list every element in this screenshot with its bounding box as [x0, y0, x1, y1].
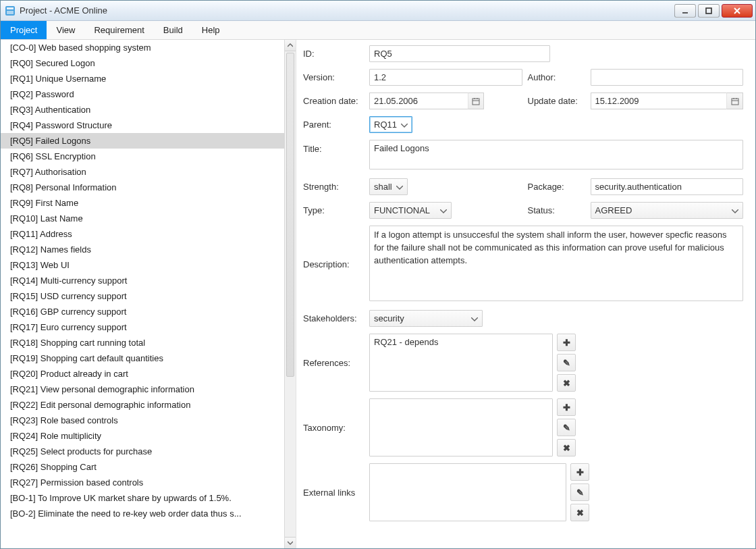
- list-item[interactable]: [RQ14] Multi-currency support: [1, 273, 284, 288]
- author-field[interactable]: [591, 69, 744, 86]
- list-item[interactable]: [RQ3] Authentication: [1, 102, 284, 117]
- list-item[interactable]: [RQ1] Unique Username: [1, 71, 284, 86]
- plus-icon: ✚: [563, 402, 570, 413]
- references-remove-button[interactable]: ✖: [557, 374, 576, 392]
- x-icon: ✖: [563, 378, 570, 388]
- list-item[interactable]: [RQ11] Address: [1, 226, 284, 242]
- description-field[interactable]: [369, 226, 743, 301]
- taxonomy-label: Taxonomy:: [303, 423, 364, 433]
- list-item[interactable]: [RQ17] Euro currency support: [1, 319, 284, 335]
- list-item[interactable]: [RQ9] First Name: [1, 195, 284, 211]
- strength-value: shall: [374, 182, 392, 192]
- external-links-edit-button[interactable]: ✎: [570, 483, 589, 501]
- taxonomy-add-button[interactable]: ✚: [557, 398, 576, 416]
- list-item[interactable]: [RQ25] Select products for purchase: [1, 444, 284, 459]
- taxonomy-edit-button[interactable]: ✎: [557, 419, 576, 436]
- external-links-add-button[interactable]: ✚: [570, 463, 589, 481]
- list-item[interactable]: [BO-2] Eliminate the need to re-key web …: [1, 506, 284, 521]
- list-item[interactable]: [RQ0] Secured Logon: [1, 55, 284, 71]
- list-item[interactable]: [RQ8] Personal Information: [1, 180, 284, 195]
- menu-requirement[interactable]: Requirement: [84, 21, 153, 39]
- list-item[interactable]: [RQ27] Permission based controls: [1, 475, 284, 490]
- references-edit-button[interactable]: ✎: [557, 354, 576, 371]
- list-item[interactable]: [RQ20] Product already in cart: [1, 366, 284, 382]
- external-links-remove-button[interactable]: ✖: [570, 504, 589, 521]
- minimize-button[interactable]: [674, 4, 696, 18]
- requirements-list-pane: [CO-0] Web based shopping system[RQ0] Se…: [1, 40, 296, 548]
- type-select[interactable]: FUNCTIONAL: [369, 202, 452, 219]
- x-icon: ✖: [576, 508, 584, 518]
- list-item[interactable]: [BO-1] To Improve UK market share by upw…: [1, 490, 284, 506]
- list-item[interactable]: [RQ5] Failed Logons: [1, 133, 284, 149]
- parent-select[interactable]: RQ11: [369, 116, 412, 133]
- references-item[interactable]: RQ21 - depends: [374, 337, 548, 347]
- requirements-list[interactable]: [CO-0] Web based shopping system[RQ0] Se…: [1, 40, 284, 548]
- list-scrollbar[interactable]: [284, 40, 296, 548]
- list-item[interactable]: [CO-0] Web based shopping system: [1, 40, 284, 55]
- list-item[interactable]: [RQ18] Shopping cart running total: [1, 335, 284, 350]
- menu-view[interactable]: View: [47, 21, 84, 39]
- menubar: ProjectViewRequirementBuildHelp: [1, 21, 755, 40]
- window-buttons: [674, 4, 753, 18]
- id-field[interactable]: [369, 45, 550, 62]
- parent-value: RQ11: [374, 120, 397, 130]
- chevron-down-icon: [401, 120, 408, 130]
- svg-rect-11: [732, 99, 738, 105]
- parent-label: Parent:: [303, 120, 364, 130]
- update-date-field[interactable]: [591, 93, 727, 109]
- list-item[interactable]: [RQ10] Last Name: [1, 211, 284, 226]
- pencil-icon: ✎: [576, 488, 584, 498]
- list-item[interactable]: [RQ22] Edit personal demographic informa…: [1, 397, 284, 413]
- chevron-down-icon: [396, 182, 403, 192]
- title-field[interactable]: [369, 140, 743, 169]
- package-field[interactable]: [591, 178, 744, 195]
- scroll-track[interactable]: [285, 51, 296, 537]
- taxonomy-list[interactable]: [369, 398, 553, 456]
- content-area: [CO-0] Web based shopping system[RQ0] Se…: [1, 40, 755, 548]
- references-list[interactable]: RQ21 - depends: [369, 334, 553, 392]
- list-item[interactable]: [RQ23] Role based controls: [1, 413, 284, 428]
- menu-build[interactable]: Build: [154, 21, 192, 39]
- stakeholders-select[interactable]: security: [369, 310, 483, 327]
- list-item[interactable]: [RQ12] Names fields: [1, 242, 284, 257]
- chevron-down-icon: [471, 313, 478, 323]
- list-item[interactable]: [RQ21] View personal demographic informa…: [1, 382, 284, 397]
- references-label: References:: [303, 358, 364, 368]
- list-item[interactable]: [RQ2] Password: [1, 86, 284, 102]
- version-field[interactable]: [369, 69, 522, 86]
- calendar-icon: [731, 97, 739, 105]
- list-item[interactable]: [RQ13] Web UI: [1, 257, 284, 273]
- status-label: Status:: [528, 205, 585, 215]
- external-links-list[interactable]: [369, 463, 566, 521]
- x-icon: ✖: [563, 443, 570, 453]
- strength-select[interactable]: shall: [369, 178, 408, 195]
- list-item[interactable]: [RQ24] Role multiplicity: [1, 428, 284, 444]
- close-button[interactable]: [722, 4, 753, 18]
- update-date-picker-button[interactable]: [726, 93, 743, 109]
- id-label: ID:: [303, 49, 364, 59]
- plus-icon: ✚: [563, 338, 570, 348]
- creation-date-field[interactable]: [369, 93, 468, 109]
- taxonomy-remove-button[interactable]: ✖: [557, 439, 576, 456]
- calendar-icon: [472, 97, 480, 105]
- update-date-label: Update date:: [528, 96, 585, 106]
- list-item[interactable]: [RQ7] Authorisation: [1, 164, 284, 180]
- scroll-up-button[interactable]: [285, 40, 296, 51]
- list-item[interactable]: [RQ15] USD currency support: [1, 288, 284, 304]
- pencil-icon: ✎: [563, 423, 570, 433]
- list-item[interactable]: [RQ16] GBP currency support: [1, 304, 284, 319]
- menu-project[interactable]: Project: [1, 21, 47, 39]
- list-item[interactable]: [RQ4] Password Structure: [1, 117, 284, 133]
- references-add-button[interactable]: ✚: [557, 334, 576, 351]
- svg-rect-2: [7, 11, 14, 14]
- scroll-thumb[interactable]: [286, 53, 294, 377]
- list-item[interactable]: [RQ6] SSL Encryption: [1, 149, 284, 164]
- type-label: Type:: [303, 205, 364, 215]
- list-item[interactable]: [RQ26] Shopping Cart: [1, 459, 284, 475]
- status-select[interactable]: AGREED: [591, 202, 744, 219]
- scroll-down-button[interactable]: [285, 537, 296, 548]
- menu-help[interactable]: Help: [192, 21, 230, 39]
- list-item[interactable]: [RQ19] Shopping cart default quantities: [1, 350, 284, 366]
- maximize-button[interactable]: [698, 4, 720, 18]
- creation-date-picker-button[interactable]: [468, 93, 484, 109]
